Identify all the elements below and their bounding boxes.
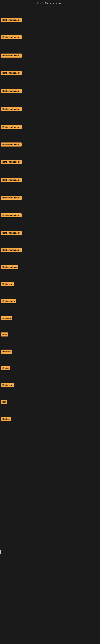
bottleneck-badge-21: Bottle: [1, 366, 10, 370]
site-title: TheBottlenecker.com: [0, 0, 100, 6]
items-container: Bottleneck resultBottleneck resultBottle…: [0, 6, 100, 630]
bottleneck-badge-4: Bottleneck result: [1, 71, 22, 75]
cursor-line: [0, 550, 1, 554]
bottleneck-badge-24: Bottlen: [1, 417, 11, 421]
bottleneck-item-24[interactable]: Bottlen: [1, 417, 11, 422]
bottleneck-badge-19: Bott: [1, 332, 8, 336]
bottleneck-item-4[interactable]: Bottleneck result: [1, 71, 22, 76]
bottleneck-item-12[interactable]: Bottleneck result: [1, 213, 22, 218]
bottleneck-item-3[interactable]: Bottleneck result: [1, 54, 22, 58]
bottleneck-item-18[interactable]: Bottlene: [1, 316, 12, 321]
bottleneck-badge-23: Bot: [1, 400, 7, 404]
bottleneck-badge-12: Bottleneck result: [1, 213, 22, 217]
bottleneck-item-11[interactable]: Bottleneck result: [1, 196, 22, 200]
bottleneck-badge-2: Bottleneck result: [1, 35, 22, 39]
bottleneck-item-8[interactable]: Bottleneck result: [1, 142, 22, 147]
bottleneck-item-13[interactable]: Bottleneck result: [1, 231, 22, 236]
bottleneck-item-22[interactable]: Bottlenec: [1, 383, 14, 388]
bottleneck-item-20[interactable]: Bottlene: [1, 350, 12, 354]
bottleneck-badge-9: Bottleneck result: [1, 160, 22, 164]
bottleneck-item-10[interactable]: Bottleneck result: [1, 178, 22, 183]
bottleneck-item-16[interactable]: Bottlenec: [1, 282, 14, 287]
bottleneck-item-7[interactable]: Bottleneck result: [1, 125, 22, 130]
bottleneck-badge-7: Bottleneck result: [1, 125, 22, 129]
bottleneck-badge-3: Bottleneck result: [1, 54, 22, 58]
bottleneck-item-17[interactable]: Bottleneck r: [1, 299, 16, 304]
bottleneck-item-21[interactable]: Bottle: [1, 366, 10, 371]
bottleneck-item-9[interactable]: Bottleneck result: [1, 160, 22, 164]
bottleneck-item-1[interactable]: Bottleneck result: [1, 18, 22, 23]
bottleneck-badge-20: Bottlene: [1, 350, 12, 354]
bottleneck-badge-11: Bottleneck result: [1, 196, 22, 200]
bottleneck-item-15[interactable]: Bottleneck res: [1, 265, 18, 270]
bottleneck-item-6[interactable]: Bottleneck result: [1, 107, 22, 112]
bottleneck-item-23[interactable]: Bot: [1, 400, 7, 405]
bottleneck-badge-14: Bottleneck result: [1, 248, 22, 252]
bottleneck-badge-13: Bottleneck result: [1, 231, 22, 235]
bottleneck-badge-10: Bottleneck result: [1, 178, 22, 182]
bottleneck-item-14[interactable]: Bottleneck result: [1, 248, 22, 253]
bottleneck-item-5[interactable]: Bottleneck result: [1, 89, 22, 94]
bottleneck-badge-17: Bottleneck r: [1, 299, 16, 303]
bottleneck-badge-22: Bottlenec: [1, 383, 14, 387]
bottleneck-badge-8: Bottleneck result: [1, 142, 22, 146]
bottleneck-item-19[interactable]: Bott: [1, 332, 8, 337]
bottleneck-badge-1: Bottleneck result: [1, 18, 22, 22]
bottleneck-badge-15: Bottleneck res: [1, 265, 18, 269]
bottleneck-badge-5: Bottleneck result: [1, 89, 22, 93]
bottleneck-badge-6: Bottleneck result: [1, 107, 22, 111]
bottleneck-item-2[interactable]: Bottleneck result: [1, 35, 22, 40]
bottleneck-badge-16: Bottlenec: [1, 282, 14, 286]
bottleneck-badge-18: Bottlene: [1, 316, 12, 320]
